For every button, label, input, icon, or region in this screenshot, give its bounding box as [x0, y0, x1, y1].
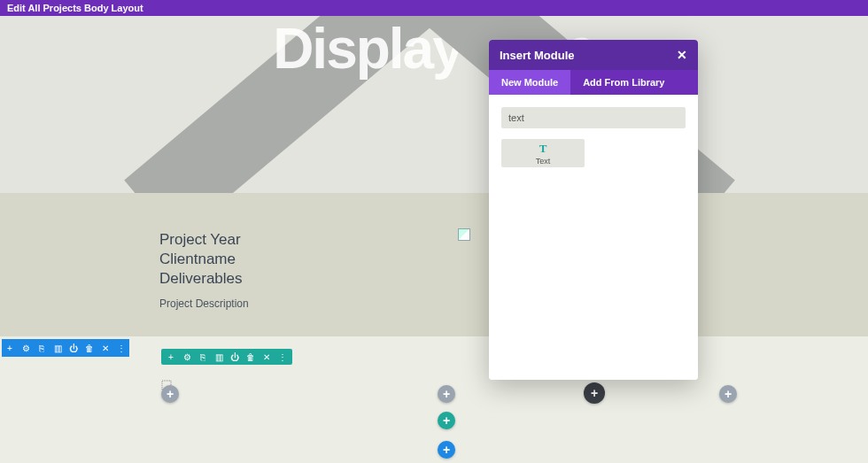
close-icon[interactable]: ✕: [101, 343, 110, 352]
section-toolbar[interactable]: + ⚙ ⎘ ▥ ⏻ 🗑 ✕ ⋮: [2, 339, 129, 357]
tab-new-module[interactable]: New Module: [489, 70, 570, 95]
clone-icon[interactable]: ⎘: [198, 352, 207, 361]
add-module-button-col1[interactable]: +: [161, 385, 179, 403]
delete-icon[interactable]: 🗑: [85, 343, 94, 352]
modal-tabs: New Module Add From Library: [489, 70, 698, 95]
hero-section: Display Here: [0, 16, 868, 193]
row-toolbar[interactable]: + ⚙ ⎘ ▥ ⏻ 🗑 ✕ ⋮: [161, 349, 292, 365]
module-grid: T Text: [501, 139, 686, 167]
modal-close-button[interactable]: ✕: [677, 48, 687, 62]
move-icon[interactable]: +: [5, 343, 14, 352]
more-icon[interactable]: ⋮: [278, 352, 287, 361]
columns-icon[interactable]: ▥: [53, 343, 62, 352]
modal-header: Insert Module ✕: [489, 40, 698, 70]
settings-icon[interactable]: ⚙: [21, 343, 30, 352]
add-module-button-col4[interactable]: +: [719, 385, 737, 403]
move-icon[interactable]: +: [167, 352, 175, 361]
close-icon[interactable]: ✕: [262, 352, 271, 361]
tab-add-from-library[interactable]: Add From Library: [570, 70, 677, 95]
hero-title: Display Here: [0, 16, 868, 81]
text-module-label: Text: [536, 157, 551, 166]
clone-icon[interactable]: ⎘: [37, 343, 46, 352]
more-icon[interactable]: ⋮: [117, 343, 126, 352]
broken-image-icon: [458, 228, 470, 241]
top-edit-bar: Edit All Projects Body Layout: [0, 0, 868, 16]
top-bar-title: Edit All Projects Body Layout: [7, 3, 143, 13]
add-section-button[interactable]: +: [438, 441, 455, 459]
columns-icon[interactable]: ▥: [214, 352, 223, 361]
project-content-section: Project Year Clientname Deliverables Pro…: [0, 193, 868, 336]
module-search-input[interactable]: [501, 107, 686, 128]
text-module-icon: T: [539, 142, 547, 156]
power-icon[interactable]: ⏻: [230, 352, 239, 361]
modal-title: Insert Module: [500, 49, 575, 62]
delete-icon[interactable]: 🗑: [246, 352, 255, 361]
lower-section: [0, 336, 868, 463]
power-icon[interactable]: ⏻: [69, 343, 78, 352]
settings-icon[interactable]: ⚙: [182, 352, 191, 361]
add-row-button[interactable]: +: [438, 412, 455, 429]
modal-body: T Text: [489, 95, 698, 380]
add-module-button-col2[interactable]: +: [438, 385, 455, 403]
add-module-button-active[interactable]: +: [584, 382, 605, 404]
module-text[interactable]: T Text: [501, 139, 585, 167]
insert-module-modal: Insert Module ✕ New Module Add From Libr…: [489, 40, 698, 380]
